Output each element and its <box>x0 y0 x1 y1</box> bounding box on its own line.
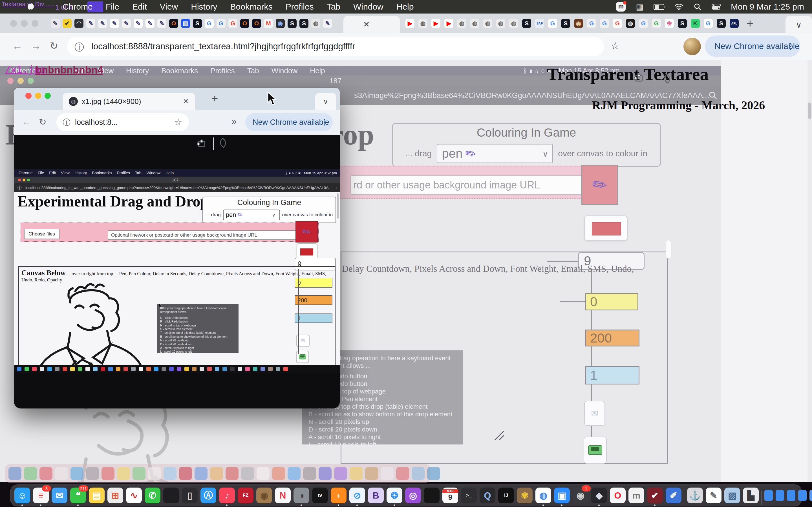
wifi-icon[interactable] <box>674 3 683 10</box>
pinned-tab[interactable]: ◍ <box>496 19 505 28</box>
pinned-tab[interactable]: ◠ <box>74 19 84 28</box>
bookmark-star-icon[interactable]: ☆ <box>611 40 620 52</box>
dock-item[interactable]: ⚓ <box>687 488 703 503</box>
tab-close-icon[interactable]: ✕ <box>363 20 370 29</box>
dock-item[interactable]: ✐ <box>666 488 681 503</box>
dock-item[interactable] <box>809 490 812 501</box>
pinned-tab[interactable]: G <box>613 19 622 28</box>
zoom-button[interactable] <box>45 93 51 99</box>
pinned-tab[interactable]: S <box>299 19 308 28</box>
pinned-tab[interactable]: G <box>600 19 609 28</box>
dock-item[interactable]: ≡ 3 <box>33 488 49 503</box>
bg-font-weight-input[interactable]: 1 <box>585 366 640 385</box>
tab-search-button[interactable]: ∨ <box>785 16 812 33</box>
pinned-tab[interactable]: ▶ <box>405 19 414 28</box>
dock-item[interactable]: ◉ 1 <box>573 488 589 503</box>
back-button[interactable]: ← <box>22 117 31 127</box>
pinned-tab[interactable]: G <box>587 19 596 28</box>
pinned-tab[interactable]: ◍ <box>483 19 492 28</box>
pinned-tab[interactable]: ◍ <box>311 19 320 28</box>
dock-item[interactable] <box>163 488 179 503</box>
pinned-tab[interactable]: M <box>264 19 273 28</box>
reload-button[interactable]: ↻ <box>50 40 58 52</box>
minimize-button[interactable] <box>35 93 41 99</box>
bg-pixels-across-input[interactable]: 200 <box>585 330 640 346</box>
menubar-item[interactable]: Help <box>396 2 414 11</box>
dock-item[interactable]: ◍ <box>536 488 551 503</box>
dock-item[interactable]: ✆ <box>145 488 160 503</box>
bg-background-url-input[interactable]: rd or other usage background image URL <box>350 175 582 195</box>
notification-app-icon[interactable]: m <box>616 2 626 11</box>
pinned-tab[interactable]: K <box>691 19 700 28</box>
textarea-resize-grip[interactable] <box>492 428 505 441</box>
menubar-clock[interactable]: Mon 9 Mar 1:25 pm <box>731 2 804 11</box>
pinned-tab[interactable]: ✎ <box>134 19 143 28</box>
menubar-item[interactable]: Edit <box>132 2 147 11</box>
new-tab-button[interactable]: + <box>747 17 754 31</box>
close-button[interactable] <box>26 93 32 99</box>
dock-item[interactable]: 9 <box>442 488 458 503</box>
pinned-tab[interactable]: S <box>717 19 726 28</box>
dock-item[interactable]: N <box>275 488 291 503</box>
link-bnbnbnbnbn4[interactable]: bnbnbnbnbn4 <box>36 64 103 76</box>
dock-item[interactable]: Q <box>479 488 495 503</box>
pinned-tab[interactable]: ✎ <box>110 19 119 28</box>
popup-active-tab[interactable]: ◍ x1.jpg (1440×900) ✕ <box>63 93 195 110</box>
menubar-item[interactable]: Bookmarks <box>231 2 273 11</box>
page-scrollbar-thumb[interactable] <box>808 103 811 119</box>
address-bar[interactable]: ⓘ localhost:8888/transparent_textarea.ht… <box>67 37 604 56</box>
dock-item[interactable] <box>787 490 795 501</box>
performance-leaf-icon[interactable] <box>218 138 229 148</box>
dock-item[interactable]: ❝ 211 <box>70 488 86 503</box>
extensions-icon[interactable] <box>197 138 206 148</box>
pinned-tab[interactable]: S <box>678 19 687 28</box>
forward-button[interactable]: → <box>31 40 41 52</box>
dock-item[interactable]: ▯ <box>182 488 198 503</box>
pinned-tab[interactable]: ▶ <box>432 19 441 28</box>
pinned-tab[interactable]: ✎ <box>51 19 60 28</box>
dock-item[interactable]: ◉ <box>256 488 272 503</box>
dock-item[interactable]: ◗ <box>331 488 347 503</box>
bg-pen-select[interactable]: pen ✎ ∨ <box>437 144 553 163</box>
update-chrome-button[interactable]: New Chrome available ⋮ <box>705 36 800 57</box>
minimize-button[interactable] <box>21 20 28 27</box>
pinned-tab[interactable]: ◉ <box>276 19 285 28</box>
dock-item[interactable]: ❂ <box>387 488 402 503</box>
tab-search-button[interactable]: ∨ <box>315 93 336 110</box>
dock-item[interactable]: ✾ <box>517 488 532 503</box>
bg-delay-countdown-input[interactable]: 0 <box>585 293 638 311</box>
dock-item[interactable]: FZ <box>238 488 253 503</box>
dock-item[interactable]: ▙ <box>743 488 759 503</box>
pinned-tab[interactable]: AFL <box>730 19 739 28</box>
pinned-tab[interactable]: G <box>704 19 713 28</box>
menubar-item[interactable]: Window <box>353 2 384 11</box>
apple-icon[interactable] <box>27 3 35 11</box>
dock-item[interactable] <box>424 488 440 503</box>
dock-item[interactable]: ◑ <box>294 488 309 503</box>
dock-item[interactable]: ☺ <box>14 488 30 503</box>
pinned-tab[interactable]: ✎ <box>323 19 332 28</box>
pinned-tab[interactable]: ✎ <box>122 19 131 28</box>
site-info-icon[interactable]: ⓘ <box>74 41 84 54</box>
popup-address-bar[interactable]: ⓘ localhost:8... ☆ <box>56 113 189 131</box>
dock-item[interactable]: O <box>610 488 626 503</box>
pinned-tab[interactable]: G <box>548 19 557 28</box>
pinned-tab[interactable]: O <box>240 19 249 28</box>
bookmark-star-icon[interactable]: ☆ <box>174 117 182 127</box>
dock-item[interactable]: tv <box>312 488 328 503</box>
pinned-tab[interactable]: ◍ <box>418 19 427 28</box>
dock-item[interactable]: ▤ <box>89 488 105 503</box>
tab-close-icon[interactable]: ✕ <box>183 93 189 110</box>
popup-url-text[interactable]: localhost:8... <box>75 113 118 131</box>
dock-item[interactable]: >_ <box>461 488 477 503</box>
menubar-item[interactable]: History <box>191 2 217 11</box>
pinned-tab[interactable]: ✎ <box>98 19 107 28</box>
pinned-tab[interactable]: ✎ <box>157 19 166 28</box>
dock-item[interactable]: ▨ <box>724 488 740 503</box>
pinned-tab[interactable]: ✔ <box>63 19 71 28</box>
active-tab[interactable]: ✕ <box>343 16 400 33</box>
dock-item[interactable]: ▣ <box>554 488 570 503</box>
dock-item[interactable]: ◆ <box>591 488 607 503</box>
menubar-item[interactable]: Tab <box>327 2 340 11</box>
dock-item[interactable]: ⊞ <box>107 488 123 503</box>
